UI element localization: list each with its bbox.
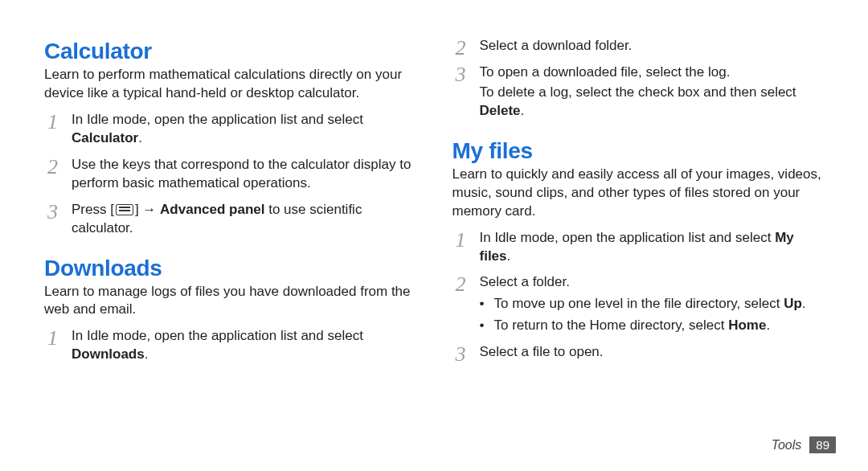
text: . (145, 346, 149, 362)
text: In Idle mode, open the application list … (480, 230, 776, 245)
page-number-badge: 89 (809, 436, 836, 453)
calculator-intro: Learn to perform mathematical calculatio… (44, 66, 420, 103)
text: . (766, 317, 770, 333)
text: . (802, 296, 806, 311)
menu-key-icon (116, 204, 133, 215)
calc-step-2: Use the keys that correspond to the calc… (44, 156, 420, 193)
dl-step-2: Select a download folder. (452, 37, 829, 55)
bullet-home: To return to the Home directory, select … (480, 317, 829, 335)
mf-step-2: Select a folder. To move up one level in… (452, 273, 829, 335)
downloads-steps: In Idle mode, open the application list … (44, 327, 420, 364)
dl-step-1: In Idle mode, open the application list … (44, 327, 420, 364)
heading-myfiles: My files (452, 138, 829, 164)
downloads-intro: Learn to manage logs of files you have d… (44, 283, 420, 320)
left-column: Calculator Learn to perform mathematical… (44, 32, 444, 439)
text: Select a folder. (480, 274, 570, 289)
text: . (138, 130, 142, 145)
text: ] → (135, 202, 160, 217)
myfiles-steps: In Idle mode, open the application list … (452, 229, 829, 362)
mf-step-3: Select a file to open. (452, 343, 829, 362)
bold: Delete (480, 103, 521, 118)
bullet-up: To move up one level in the file directo… (480, 295, 829, 313)
text: In Idle mode, open the application list … (72, 112, 363, 127)
downloads-steps-continued: Select a download folder. To open a down… (452, 37, 829, 121)
bold: Up (784, 296, 802, 311)
mf-step-2-bullets: To move up one level in the file directo… (480, 295, 829, 335)
bold: Home (728, 317, 766, 333)
myfiles-intro: Learn to quickly and easily access all o… (452, 166, 829, 221)
text: To move up one level in the file directo… (494, 296, 784, 311)
text: To open a downloaded file, select the lo… (480, 64, 731, 80)
bold: Downloads (72, 346, 145, 362)
page: Calculator Learn to perform mathematical… (0, 0, 868, 471)
text: . (507, 248, 511, 264)
calc-step-1: In Idle mode, open the application list … (44, 111, 420, 148)
text: To delete a log, select the check box an… (480, 84, 796, 100)
right-column: Select a download folder. To open a down… (444, 32, 837, 439)
dl-step-3-sub: To delete a log, select the check box an… (480, 84, 829, 121)
text: . (521, 103, 525, 118)
heading-calculator: Calculator (44, 39, 420, 64)
calculator-steps: In Idle mode, open the application list … (44, 111, 420, 238)
text: Press [ (72, 202, 114, 217)
mf-step-1: In Idle mode, open the application list … (452, 229, 829, 266)
bold: Calculator (72, 130, 138, 145)
bold: Advanced panel (160, 202, 264, 217)
text: To return to the Home directory, select (494, 317, 729, 333)
footer-section: Tools (772, 438, 802, 453)
calc-step-3: Press [] → Advanced panel to use scienti… (44, 201, 420, 238)
heading-downloads: Downloads (44, 256, 420, 281)
page-footer: Tools 89 (772, 436, 836, 453)
text: In Idle mode, open the application list … (72, 328, 363, 343)
dl-step-3: To open a downloaded file, select the lo… (452, 63, 829, 121)
